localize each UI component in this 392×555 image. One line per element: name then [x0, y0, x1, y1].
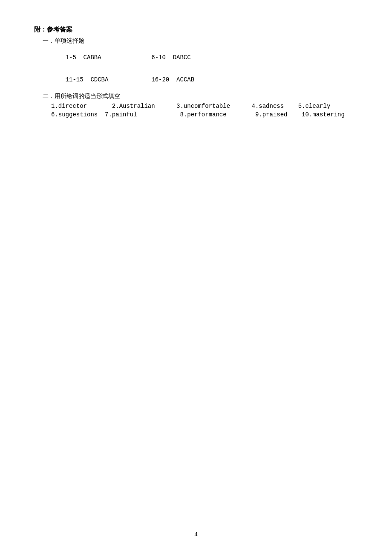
answer-16-20: 16-20 ACCAB [151, 76, 194, 83]
answer-row-2: 11-15 CDCBA 16-20 ACCAB [51, 69, 358, 90]
page-number: 4 [195, 531, 198, 538]
answer-row-1: 1-5 CABBA 6-10 DABCC [51, 47, 358, 68]
answer-11-15: 11-15 CDCBA [66, 76, 109, 83]
answer-6-10: 6-10 DABCC [151, 54, 190, 61]
section1-title: 一．单项选择题 [43, 37, 358, 45]
answer-1-5: 1-5 CABBA [66, 54, 101, 61]
section-header: 附：参考答案 [34, 26, 358, 34]
answer-spacer-1 [101, 54, 152, 61]
header-prefix: 附： [34, 26, 47, 33]
fill-row-2: 6.suggestions 7.painful 8.performance 9.… [51, 111, 358, 118]
header-title: 参考答案 [47, 26, 72, 33]
page-content: 附：参考答案 一．单项选择题 1-5 CABBA 6-10 DABCC 11-1… [0, 0, 392, 145]
answer-spacer-2 [108, 76, 151, 83]
section2-title: 二．用所给词的适当形式填空 [43, 92, 358, 100]
fill-row-1: 1.director 2.Australian 3.uncomfortable … [51, 103, 358, 110]
